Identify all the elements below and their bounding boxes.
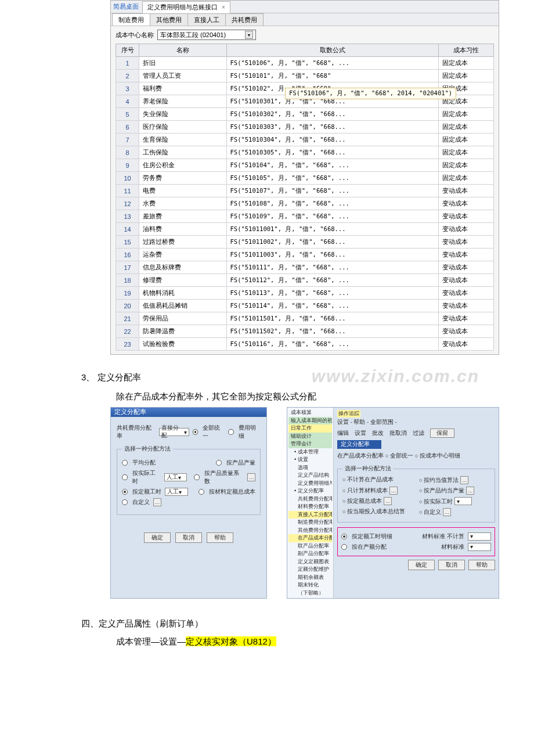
- table-row[interactable]: 17信息及标牌费FS("510111", 月, "借", "668", ...变…: [116, 261, 494, 274]
- tb-set[interactable]: 设置: [355, 429, 366, 437]
- tree-node[interactable]: 联产品分配率: [288, 542, 332, 550]
- table-row[interactable]: 11电费FS("510107", 月, "借", "668", ...变动成本: [116, 185, 494, 197]
- tree-node[interactable]: 定义产品结构: [288, 471, 332, 480]
- custom-edit-button[interactable]: …: [153, 498, 161, 506]
- tb-unbatch[interactable]: 批取消: [389, 429, 407, 437]
- chevron-down-icon[interactable]: ▾: [245, 31, 253, 39]
- e-edit[interactable]: …: [384, 497, 392, 505]
- opt-d[interactable]: ○ 按产品约当产量 …: [419, 487, 490, 495]
- radio-cost-detail[interactable]: [228, 429, 234, 435]
- mat-std-select2[interactable]: ▾: [468, 543, 491, 551]
- fixed-hours-select[interactable]: 人工 ▾: [165, 488, 188, 496]
- table-row[interactable]: 8工伤保险FS("51010305", 月, "借", "668...固定成本: [116, 146, 494, 159]
- tree-node[interactable]: 日常工作: [288, 424, 332, 433]
- cost-center-select[interactable]: 车体部装工段 (020401) ▾: [157, 30, 256, 40]
- opt-f[interactable]: ○ 按实际工时 ▾: [419, 497, 490, 506]
- table-row[interactable]: 10劳务费FS("510105", 月, "借", "668", ...固定成本: [116, 172, 494, 185]
- tree-node[interactable]: • 设置: [288, 456, 332, 464]
- tree-node[interactable]: 选项: [288, 464, 332, 472]
- tree-node[interactable]: 输入成本期间的初始: [288, 417, 332, 425]
- radio-all-unified[interactable]: [193, 429, 199, 435]
- ok-button-3[interactable]: 确定: [408, 560, 435, 570]
- table-row[interactable]: 22防暑降温费FS("51011502", 月, "借", "668...变动成…: [116, 325, 494, 338]
- radio-custom[interactable]: [122, 499, 128, 505]
- tab-simple-desktop[interactable]: 简易桌面: [113, 2, 139, 11]
- table-row[interactable]: 15过路过桥费FS("51011002", 月, "借", "668...变动成…: [116, 236, 494, 249]
- tb-batch[interactable]: 批改: [372, 429, 384, 437]
- opt-c[interactable]: ○ 只计算材料成本 …: [342, 487, 413, 495]
- tb-filter[interactable]: 过滤: [413, 429, 424, 437]
- h-edit[interactable]: …: [443, 508, 451, 516]
- subtab-other[interactable]: 其他费用: [150, 13, 188, 26]
- radio-quality[interactable]: [194, 474, 200, 480]
- tree-node[interactable]: 管理会计: [288, 440, 332, 448]
- radio-by-fixed-cost[interactable]: [199, 489, 204, 495]
- help-button[interactable]: 帮助: [207, 532, 233, 543]
- table-row[interactable]: 19机物料消耗FS("510113", 月, "借", "668", ...变动…: [116, 287, 494, 300]
- tb-keep[interactable]: 保留: [430, 429, 454, 438]
- subtab-shared[interactable]: 共耗费用: [225, 13, 264, 26]
- opt-a[interactable]: ○ 不计算在产品成本: [342, 476, 413, 484]
- opt-b[interactable]: ○ 按约当值算法 …: [419, 476, 490, 484]
- table-row[interactable]: 9住房公积金FS("510104", 月, "借", "668", ...固定成…: [116, 159, 494, 172]
- radio-by-product[interactable]: [216, 460, 222, 466]
- table-row[interactable]: 16运杂费FS("51011003", 月, "借", "668...变动成本: [116, 249, 494, 261]
- help-button-3[interactable]: 帮助: [468, 560, 495, 570]
- radio-average[interactable]: [122, 460, 128, 466]
- mat-std-select1[interactable]: ▾: [468, 532, 491, 541]
- table-row[interactable]: 1折旧FS("510106", 月, "借", "668", ...固定成本: [116, 57, 494, 70]
- tabstrip-label[interactable]: 操作追踪: [337, 410, 360, 417]
- c-edit[interactable]: …: [389, 487, 398, 495]
- table-row[interactable]: 21劳保用品FS("51011501", 月, "借", "668...变动成本: [116, 312, 494, 325]
- tree-node[interactable]: 材料费分配率: [288, 503, 332, 511]
- table-row[interactable]: 6医疗保险FS("51010303", 月, "借", "668...固定成本: [116, 121, 494, 134]
- table-row[interactable]: 20低值易耗品摊销FS("510114", 月, "借", "668", ...…: [116, 300, 494, 312]
- ok-button[interactable]: 确定: [144, 532, 171, 543]
- table-row[interactable]: 2管理人员工资FS("510101", 月, "借", "668"固定成本: [116, 70, 494, 82]
- tree-node[interactable]: • 定义分配率: [288, 487, 332, 495]
- f-select[interactable]: ▾: [454, 497, 472, 505]
- tree-node[interactable]: （下部略）: [288, 589, 332, 597]
- table-row[interactable]: 23试验检验费FS("510116", 月, "借", "668", ...变动…: [116, 338, 494, 351]
- table-row[interactable]: 18修理费FS("510112", 月, "借", "668", ...变动成本: [116, 274, 494, 287]
- actual-hours-select[interactable]: 人工 ▾: [164, 473, 187, 481]
- table-row[interactable]: 13差旅费FS("510109", 月, "借", "668", ...变动成本: [116, 210, 494, 223]
- radio-fixed-hour-detail[interactable]: [341, 534, 347, 539]
- radio-actual-hours[interactable]: [122, 474, 128, 480]
- radio-wip-alloc[interactable]: [341, 544, 347, 550]
- tree-node[interactable]: 定额分配维护: [288, 566, 332, 574]
- cancel-button[interactable]: 取消: [175, 532, 202, 543]
- opt-e[interactable]: ○ 按定额总成本 …: [342, 497, 413, 506]
- tree-node[interactable]: 成本核算: [288, 409, 332, 417]
- table-row[interactable]: 12水费FS("510108", 月, "借", "668", ...变动成本: [116, 197, 494, 210]
- tree-node[interactable]: • 成本管理: [288, 448, 332, 456]
- tree-node[interactable]: 共耗费用分配率: [288, 495, 332, 503]
- table-row[interactable]: 5失业保险FS("51010302", 月, "借", "668...固定成本: [116, 108, 494, 121]
- quality-edit-button[interactable]: …: [247, 473, 255, 481]
- tree-node[interactable]: 辅助设计: [288, 433, 332, 441]
- table-row[interactable]: 14油料费FS("51011001", 月, "借", "668...变动成本: [116, 223, 494, 236]
- tree-node[interactable]: 在产品成本分配: [288, 534, 332, 542]
- nav-tree[interactable]: 成本核算输入成本期间的初始日常工作辅助设计管理会计• 成本管理• 设置选项定义产…: [287, 408, 334, 598]
- radio-fixed-hours[interactable]: [122, 489, 128, 495]
- alloc-mode-select[interactable]: 直接分配 ▾: [159, 428, 189, 436]
- cancel-button-3[interactable]: 取消: [438, 560, 465, 570]
- opt-h[interactable]: ○ 自定义 …: [419, 508, 490, 516]
- opt-g[interactable]: ○ 按当期投入成本总结算: [342, 508, 413, 516]
- tb-edit[interactable]: 编辑: [337, 429, 349, 437]
- tree-node[interactable]: 其他费用分配率: [288, 527, 332, 535]
- table-row[interactable]: 7生育保险FS("51010304", 月, "借", "668...固定成本: [116, 134, 494, 146]
- tab-active[interactable]: 定义费用明细与总账接口 ×: [142, 1, 230, 13]
- tree-node[interactable]: 定义费用明细与接口: [288, 480, 332, 488]
- b-edit[interactable]: …: [460, 476, 468, 484]
- subtab-labor[interactable]: 直接人工: [187, 13, 226, 26]
- close-icon[interactable]: ×: [222, 4, 225, 10]
- subtab-manufacture[interactable]: 制造费用: [112, 13, 150, 26]
- tree-node[interactable]: 期初余额表: [288, 574, 332, 582]
- tree-node[interactable]: 定义定额图表: [288, 558, 332, 566]
- tree-node[interactable]: 直接人工分配率: [288, 511, 332, 519]
- tree-node[interactable]: 副产品分配率: [288, 550, 332, 558]
- d-edit[interactable]: …: [466, 487, 474, 495]
- tree-node[interactable]: 制造费用分配率: [288, 519, 332, 527]
- tree-node[interactable]: 期末转化: [288, 581, 332, 589]
